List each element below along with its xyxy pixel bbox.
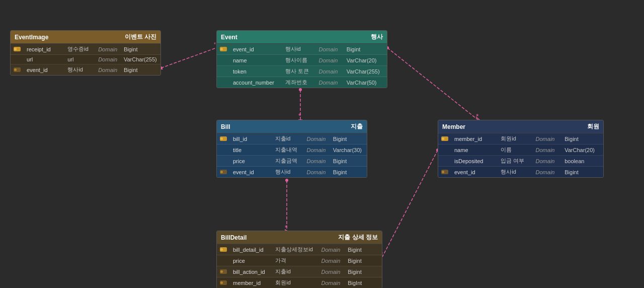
col-name: title bbox=[230, 145, 272, 156]
entity-member-left-label: Member bbox=[442, 123, 465, 130]
col-korean: 가격 bbox=[272, 255, 318, 266]
empty-icon-cell bbox=[217, 145, 230, 156]
table-row: bill_id 지출id Domain Bigint bbox=[217, 133, 367, 145]
empty-icon-cell bbox=[217, 77, 230, 88]
col-type: Varchar(30) bbox=[330, 145, 367, 156]
table-row: bill_detail_id 지출상세정보id Domain Bigint bbox=[217, 244, 382, 255]
col-type: Bigint bbox=[344, 44, 387, 55]
entity-member-right-label: 회원 bbox=[587, 122, 599, 131]
col-domain: Domain bbox=[533, 145, 562, 156]
col-korean: 회원id bbox=[272, 277, 318, 289]
svg-line-0 bbox=[161, 48, 216, 68]
col-korean: 행사 토큰 bbox=[282, 66, 315, 77]
col-domain: Domain bbox=[318, 244, 345, 255]
col-domain: Domain bbox=[318, 277, 345, 289]
table-row: name 행사이름 Domain VarChar(20) bbox=[217, 55, 387, 66]
entity-member[interactable]: Member 회원 member_id 회원id Domain Bigint n… bbox=[438, 120, 604, 178]
entity-eventimage-table: receipt_id 영수증id Domain Bigint url url D… bbox=[11, 43, 160, 75]
col-korean: 지출id bbox=[272, 133, 304, 145]
entity-billdetail-left-label: BillDetail bbox=[221, 234, 247, 241]
table-row: account_number 계좌번호 Domain VarChar(50) bbox=[217, 77, 387, 88]
pk-icon bbox=[220, 247, 227, 252]
col-name: url bbox=[24, 55, 64, 64]
entity-eventimage-left-label: EventImage bbox=[15, 34, 48, 41]
pk-icon-cell bbox=[11, 44, 24, 55]
col-domain: Domain bbox=[315, 55, 343, 66]
entity-event-header: Event 행사 bbox=[217, 31, 387, 43]
col-domain: Domain bbox=[533, 156, 562, 167]
col-type: Bigint bbox=[330, 156, 367, 167]
pk-icon-cell bbox=[217, 133, 230, 145]
col-name: isDeposited bbox=[451, 156, 498, 167]
pk-icon-cell bbox=[217, 244, 230, 255]
col-name: price bbox=[230, 255, 272, 266]
col-korean: 지출내역 bbox=[272, 145, 304, 156]
col-domain: Domain bbox=[533, 167, 562, 178]
table-row: member_id 회원id Domain BigInt bbox=[217, 277, 382, 289]
col-type: Bigint bbox=[121, 64, 160, 76]
table-row: price 가격 Domain Bigint bbox=[217, 255, 382, 266]
table-row: bill_action_id 지출id Domain Bigint bbox=[217, 266, 382, 277]
col-korean: 입금 여부 bbox=[498, 156, 532, 167]
col-type: VarChar(255) bbox=[344, 66, 387, 77]
col-domain: Domain bbox=[303, 133, 330, 145]
col-type: boolean bbox=[561, 156, 603, 167]
col-korean: 회원id bbox=[498, 133, 532, 145]
entity-billdetail-header: BillDetail 지출 상세 정보 bbox=[217, 231, 382, 244]
col-korean: 행사id bbox=[272, 167, 304, 178]
pk-icon bbox=[441, 136, 448, 141]
entity-eventimage[interactable]: EventImage 이벤트 사진 receipt_id 영수증id Domai… bbox=[10, 30, 161, 76]
col-korean: 계좌번호 bbox=[282, 77, 315, 88]
empty-icon-cell bbox=[438, 145, 451, 156]
entity-bill-right-label: 지출 bbox=[351, 122, 363, 131]
col-name: price bbox=[230, 156, 272, 167]
diagram-canvas: * * * * * EventImage 이벤트 사진 bbox=[0, 0, 644, 288]
col-name: account_number bbox=[230, 77, 282, 88]
col-type: Bigint bbox=[561, 133, 603, 145]
col-name: event_id bbox=[24, 64, 64, 76]
table-row: member_id 회원id Domain Bigint bbox=[438, 133, 603, 145]
col-name: bill_action_id bbox=[230, 266, 272, 277]
empty-icon-cell bbox=[217, 55, 230, 66]
entity-billdetail[interactable]: BillDetail 지출 상세 정보 bill_detail_id 지출상세정… bbox=[216, 231, 382, 288]
table-row: token 행사 토큰 Domain VarChar(255) bbox=[217, 66, 387, 77]
entity-eventimage-header: EventImage 이벤트 사진 bbox=[11, 31, 160, 43]
col-korean: 이름 bbox=[498, 145, 532, 156]
col-type: Bigint bbox=[330, 167, 367, 178]
fk-icon bbox=[14, 67, 21, 72]
entity-bill[interactable]: Bill 지출 bill_id 지출id Domain Bigint title… bbox=[216, 120, 367, 178]
table-row: url url Domain VarChar(255) bbox=[11, 55, 160, 64]
fk-icon-cell bbox=[217, 277, 230, 289]
col-type: Bigint bbox=[121, 44, 160, 55]
table-row: receipt_id 영수증id Domain Bigint bbox=[11, 44, 160, 55]
entity-event[interactable]: Event 행사 event_id 행사id Domain Bigint nam… bbox=[216, 30, 387, 88]
entity-billdetail-table: bill_detail_id 지출상세정보id Domain Bigint pr… bbox=[217, 244, 382, 288]
entity-bill-left-label: Bill bbox=[221, 123, 230, 130]
col-type: Bigint bbox=[345, 244, 382, 255]
svg-text:*: * bbox=[298, 112, 301, 120]
col-name: member_id bbox=[451, 133, 498, 145]
col-domain: Domain bbox=[315, 44, 343, 55]
col-domain: Domain bbox=[95, 44, 121, 55]
empty-icon-cell bbox=[217, 255, 230, 266]
fk-icon bbox=[220, 170, 227, 174]
table-row: title 지출내역 Domain Varchar(30) bbox=[217, 145, 367, 156]
col-type: BigInt bbox=[345, 277, 382, 289]
col-type: VarChar(20) bbox=[344, 55, 387, 66]
col-korean: url bbox=[64, 55, 95, 64]
svg-line-6 bbox=[387, 48, 478, 120]
entity-event-right-label: 행사 bbox=[371, 33, 383, 41]
pk-icon-cell bbox=[438, 133, 451, 145]
col-domain: Domain bbox=[315, 66, 343, 77]
svg-point-4 bbox=[299, 88, 302, 91]
col-name: event_id bbox=[451, 167, 498, 178]
fk-icon-cell bbox=[217, 266, 230, 277]
col-type: Bigint bbox=[561, 167, 603, 178]
table-row: event_id 행사id Domain Bigint bbox=[217, 167, 367, 178]
col-name: bill_id bbox=[230, 133, 272, 145]
table-row: event_id 행사id Domain Bigint bbox=[11, 64, 160, 76]
col-type: Bigint bbox=[345, 266, 382, 277]
col-name: event_id bbox=[230, 44, 282, 55]
pk-icon bbox=[220, 136, 227, 141]
col-name: bill_detail_id bbox=[230, 244, 272, 255]
